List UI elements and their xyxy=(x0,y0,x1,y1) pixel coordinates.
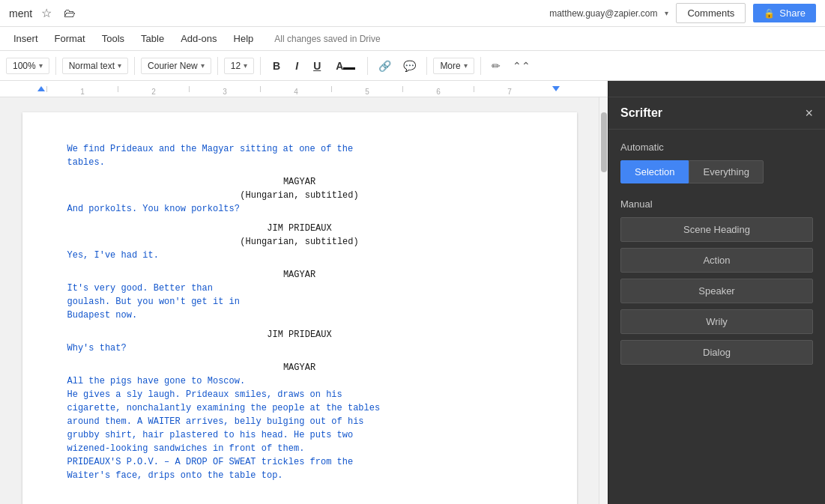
action-button[interactable]: Action xyxy=(620,248,813,273)
scrifter-body: Automatic Selection Everything Manual Sc… xyxy=(608,130,825,383)
comments-button[interactable]: Comments xyxy=(676,3,746,23)
share-label: Share xyxy=(779,7,806,19)
more-dropdown[interactable]: More ▾ xyxy=(433,58,474,74)
para-11: Budapest now. xyxy=(67,309,532,322)
user-dropdown-arrow[interactable]: ▾ xyxy=(665,9,668,17)
para-9: It's very good. Better than xyxy=(67,282,532,295)
link-button[interactable]: 🔗 xyxy=(374,57,396,75)
toolbar-sep-3 xyxy=(217,57,218,75)
para-2-text: MAGYAR xyxy=(283,177,315,187)
fontcolor-button[interactable]: A xyxy=(330,57,361,75)
layout-content: We find Prideaux and the Magyar sitting … xyxy=(0,97,825,504)
para-6-text: (Hungarian, subtitled) xyxy=(240,237,358,247)
para-19-text: grubby shirt, hair plastered to his head… xyxy=(67,430,354,440)
para-12: JIM PRIDEAUX xyxy=(67,328,532,341)
scrifter-close-button[interactable]: × xyxy=(805,106,813,120)
para-0-text: We find Prideaux and the Magyar sitting … xyxy=(67,144,354,154)
speaker-button[interactable]: Speaker xyxy=(620,279,813,303)
para-18-text: around them. A WAITER arrives, belly bul… xyxy=(67,416,364,427)
para-12-text: JIM PRIDEAUX xyxy=(267,330,331,340)
more-arrow: ▾ xyxy=(464,61,468,70)
para-11-text: Budapest now. xyxy=(67,310,138,321)
para-16-text: He gives a sly laugh. Prideaux smiles, d… xyxy=(67,389,342,400)
para-21-text: PRIDEAUX'S P.O.V. – A DROP OF SWEAT tric… xyxy=(67,457,354,467)
para-2: MAGYAR xyxy=(67,175,532,189)
menu-insert[interactable]: Insert xyxy=(6,30,46,47)
para-21: PRIDEAUX'S P.O.V. – A DROP OF SWEAT tric… xyxy=(67,455,532,469)
para-3: (Hungarian, subtitled) xyxy=(67,189,532,202)
font-dropdown[interactable]: Courier New ▾ xyxy=(141,58,211,74)
star-icon[interactable]: ☆ xyxy=(38,4,55,22)
ruler-tick-3: 3 xyxy=(189,86,260,92)
dialog-button[interactable]: Dialog xyxy=(620,340,813,365)
ruler-tick-7: 7 xyxy=(474,86,545,92)
font-value: Courier New xyxy=(148,61,198,71)
manual-label: Manual xyxy=(620,198,813,210)
scrollbar-thumb[interactable] xyxy=(601,112,607,172)
menu-format[interactable]: Format xyxy=(47,30,93,47)
toolbar-sep-2 xyxy=(134,57,135,75)
ruler-tick-2: 2 xyxy=(118,86,189,92)
ruler-triangle-right xyxy=(552,86,560,91)
ruler-tick-4: 4 xyxy=(260,86,331,92)
para-19: grubby shirt, hair plastered to his head… xyxy=(67,428,532,442)
para-10-text: goulash. But you won't get it in xyxy=(67,297,240,307)
zoom-dropdown[interactable]: 100% ▾ xyxy=(6,58,49,74)
ruler-tick-6: 6 xyxy=(402,86,474,92)
toolbar-sep-6 xyxy=(426,57,427,75)
fontsize-dropdown[interactable]: 12 ▾ xyxy=(224,58,254,74)
collapse-button[interactable]: ⌃⌃ xyxy=(508,57,535,75)
ruler-row: 1 2 3 4 5 6 7 xyxy=(0,81,825,97)
scrifter-ruler-spacer xyxy=(608,81,825,97)
para-20-text: wizened-looking sandwiches in front of t… xyxy=(67,443,305,454)
folder-icon[interactable]: 🗁 xyxy=(61,5,79,22)
fontsize-arrow: ▾ xyxy=(244,61,247,70)
underline-button[interactable]: U xyxy=(307,57,327,75)
doc-title: ment xyxy=(9,7,32,19)
para-17: cigarette, nonchalantly examining the pe… xyxy=(67,401,532,415)
comment-button[interactable]: 💬 xyxy=(399,57,420,75)
menu-tools[interactable]: Tools xyxy=(94,30,132,47)
manual-section: Manual Scene Heading Action Speaker Wril… xyxy=(620,198,813,365)
menu-addons[interactable]: Add-ons xyxy=(173,30,224,47)
para-4-text: And porkolts. You know porkolts? xyxy=(67,204,240,214)
selection-button[interactable]: Selection xyxy=(620,160,689,183)
lock-icon: 🔒 xyxy=(764,8,775,19)
scrollbar[interactable] xyxy=(599,97,608,504)
share-button[interactable]: 🔒 Share xyxy=(753,4,816,22)
menu-help[interactable]: Help xyxy=(226,30,262,47)
para-7: Yes, I've had it. xyxy=(67,249,532,262)
para-6: (Hungarian, subtitled) xyxy=(67,235,532,249)
menu-table[interactable]: Table xyxy=(133,30,172,47)
para-8-text: MAGYAR xyxy=(283,270,315,280)
document-area[interactable]: We find Prideaux and the Magyar sitting … xyxy=(0,97,599,504)
automatic-section: Automatic Selection Everything xyxy=(620,142,813,183)
para-8: MAGYAR xyxy=(67,268,532,282)
font-arrow: ▾ xyxy=(201,61,205,70)
para-22: Waiter's face, drips onto the table top. xyxy=(67,469,532,482)
document-page[interactable]: We find Prideaux and the Magyar sitting … xyxy=(22,112,577,504)
para-14-text: MAGYAR xyxy=(283,362,315,373)
user-email: matthew.guay@zapier.com xyxy=(549,8,657,19)
para-16: He gives a sly laugh. Prideaux smiles, d… xyxy=(67,388,532,401)
para-13-text: Why's that? xyxy=(67,343,127,353)
autosave-message: All changes saved in Drive xyxy=(274,34,380,44)
style-dropdown[interactable]: Normal text ▾ xyxy=(62,58,128,74)
zoom-arrow: ▾ xyxy=(39,61,43,70)
scene-heading-button[interactable]: Scene Heading xyxy=(620,217,813,242)
wrily-button[interactable]: Wrily xyxy=(620,309,813,334)
bold-button[interactable]: B xyxy=(267,57,286,75)
para-7-text: Yes, I've had it. xyxy=(67,250,159,261)
top-bar: ment ☆ 🗁 matthew.guay@zapier.com ▾ Comme… xyxy=(0,0,825,27)
fontsize-value: 12 xyxy=(231,61,241,71)
style-arrow: ▾ xyxy=(118,61,121,70)
pencil-button[interactable]: ✏ xyxy=(487,57,505,75)
para-3-text: (Hungarian, subtitled) xyxy=(240,190,358,201)
italic-button[interactable]: I xyxy=(289,57,304,75)
para-0: We find Prideaux and the Magyar sitting … xyxy=(67,142,532,156)
toolbar-sep-1 xyxy=(55,57,56,75)
top-bar-left: ment ☆ 🗁 xyxy=(9,4,79,22)
zoom-value: 100% xyxy=(13,61,36,71)
everything-button[interactable]: Everything xyxy=(689,160,763,183)
menu-bar: Insert Format Tools Table Add-ons Help A… xyxy=(0,27,825,51)
